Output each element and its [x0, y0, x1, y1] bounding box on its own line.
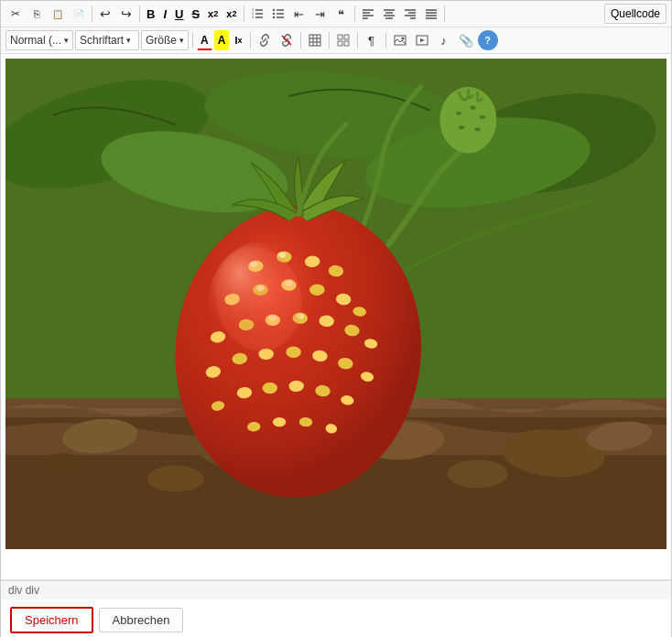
svg-point-100 — [273, 417, 286, 426]
bold-button[interactable]: B — [143, 4, 158, 24]
save-button[interactable]: Speichern — [10, 607, 93, 633]
footer-bar: Speichern Abbrechen — [1, 599, 671, 637]
align-left-button[interactable] — [358, 4, 378, 24]
font-dropdown[interactable]: Schriftart ▾ — [75, 30, 139, 50]
audio-button[interactable]: ♪ — [434, 30, 454, 50]
separator-r2-2 — [250, 32, 251, 49]
editor-content[interactable] — [1, 54, 671, 580]
separator-r2-6 — [385, 32, 386, 49]
unlink-button[interactable] — [276, 30, 297, 50]
svg-text:3: 3 — [252, 15, 255, 19]
align-justify-button[interactable] — [421, 4, 441, 24]
copy-button[interactable]: ⎘ — [27, 4, 47, 24]
indent-button[interactable]: ⇥ — [310, 4, 331, 24]
separator-r2-3 — [300, 32, 301, 49]
size-dropdown-arrow: ▾ — [179, 36, 184, 45]
separator-r2-5 — [357, 32, 358, 49]
svg-marker-41 — [420, 38, 425, 42]
size-dropdown[interactable]: Größe ▾ — [141, 30, 189, 50]
font-clear-button[interactable]: Ix — [231, 30, 245, 50]
separator-3 — [244, 5, 244, 22]
svg-point-11 — [272, 16, 274, 18]
cancel-button[interactable]: Abbrechen — [99, 608, 184, 632]
italic-button[interactable]: I — [159, 4, 170, 24]
svg-rect-29 — [309, 35, 320, 46]
svg-point-52 — [480, 115, 485, 119]
separator-r2-1 — [192, 32, 193, 49]
svg-point-39 — [401, 38, 404, 40]
svg-point-62 — [38, 453, 86, 476]
svg-line-28 — [282, 36, 291, 45]
svg-rect-34 — [338, 35, 342, 39]
paste-text-button[interactable]: 📋 — [48, 4, 68, 24]
toolbar-row1: ✂ ⎘ 📋 📄 ↩ ↪ B I U S x2 x2 123 ⇤ ⇥ ❝ — [1, 1, 671, 27]
redo-button[interactable]: ↪ — [116, 4, 136, 24]
svg-point-10 — [272, 13, 274, 15]
separator-4 — [354, 5, 355, 22]
editor-image — [5, 59, 667, 549]
format-dropdown-arrow: ▾ — [64, 36, 69, 45]
outdent-button[interactable]: ⇤ — [289, 4, 309, 24]
svg-point-51 — [470, 106, 475, 110]
svg-point-53 — [475, 127, 481, 131]
help-button[interactable]: ? — [478, 30, 498, 50]
svg-point-65 — [448, 459, 508, 488]
editor-container: ✂ ⎘ 📋 📄 ↩ ↪ B I U S x2 x2 123 ⇤ ⇥ ❝ — [0, 0, 672, 637]
editor-text-content[interactable] — [5, 552, 667, 575]
separator-5 — [444, 5, 445, 22]
separator-r2-4 — [329, 32, 330, 49]
svg-point-54 — [459, 125, 464, 129]
media-button[interactable] — [412, 30, 432, 50]
attachment-button[interactable]: 📎 — [456, 30, 476, 50]
quellcode-button[interactable]: Quellcode — [604, 4, 667, 24]
svg-point-9 — [272, 9, 274, 11]
svg-rect-35 — [344, 35, 349, 39]
paste-word-button[interactable]: 📄 — [69, 4, 89, 24]
unordered-list-button[interactable] — [268, 4, 288, 24]
status-bar: div div — [1, 580, 671, 599]
svg-rect-37 — [344, 41, 349, 46]
svg-rect-36 — [338, 41, 342, 46]
svg-point-50 — [456, 112, 461, 115]
table-button[interactable] — [305, 30, 325, 50]
format-dropdown[interactable]: Normal (... ▾ — [5, 30, 73, 50]
separator-2 — [139, 5, 140, 22]
align-center-button[interactable] — [379, 4, 399, 24]
undo-button[interactable]: ↩ — [95, 4, 115, 24]
separator-1 — [92, 5, 92, 22]
strikethrough-button[interactable]: S — [188, 4, 203, 24]
blockquote-button[interactable]: ❝ — [331, 4, 352, 24]
svg-point-63 — [147, 466, 204, 492]
subscript-button[interactable]: x2 — [204, 4, 222, 24]
paragraph-marks-button[interactable]: ¶ — [362, 30, 382, 50]
special-char-area[interactable] — [333, 30, 353, 50]
toolbar-row2: Normal (... ▾ Schriftart ▾ Größe ▾ A A I… — [1, 27, 671, 54]
font-color-button[interactable]: A — [197, 30, 212, 50]
align-right-button[interactable] — [400, 4, 420, 24]
cut-button[interactable]: ✂ — [5, 4, 26, 24]
font-dropdown-arrow: ▾ — [126, 36, 131, 45]
path-indicator: div div — [8, 584, 39, 597]
link-button[interactable] — [255, 30, 275, 50]
font-bg-button[interactable]: A — [214, 30, 230, 50]
ordered-list-button[interactable]: 123 — [247, 4, 267, 24]
underline-button[interactable]: U — [171, 4, 187, 24]
image-button[interactable] — [390, 30, 410, 50]
superscript-button[interactable]: x2 — [222, 4, 240, 24]
